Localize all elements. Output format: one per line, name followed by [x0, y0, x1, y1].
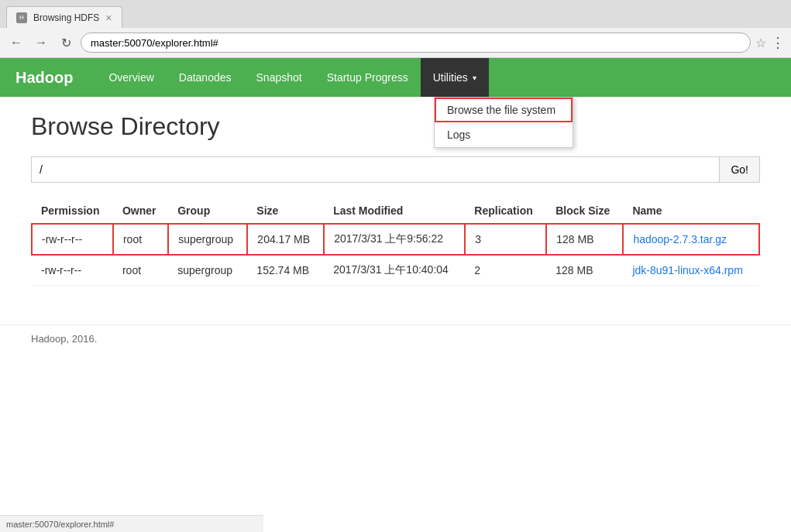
path-input[interactable] [31, 156, 719, 183]
cell-block_size: 128 MB [546, 255, 623, 286]
back-button[interactable]: ← [6, 33, 26, 53]
utilities-dropdown-menu: Browse the file system Logs [434, 97, 573, 148]
table-row: -rw-r--r--rootsupergroup152.74 MB2017/3/… [32, 255, 759, 286]
table-header-row: Permission Owner Group Size Last Modifie… [32, 198, 759, 224]
file-table: Permission Owner Group Size Last Modifie… [31, 198, 760, 286]
nav-datanodes[interactable]: Datanodes [167, 58, 244, 97]
cell-name: hadoop-2.7.3.tar.gz [623, 224, 759, 255]
forward-button[interactable]: → [31, 33, 51, 53]
cell-permission: -rw-r--r-- [32, 255, 113, 286]
tab-close-btn[interactable]: × [105, 12, 112, 24]
col-block-size: Block Size [546, 198, 623, 224]
footer-text: Hadoop, 2016. [31, 333, 97, 345]
tab-title: Browsing HDFS [33, 12, 99, 23]
cell-group: supergroup [168, 255, 247, 286]
nav-overview[interactable]: Overview [96, 58, 166, 97]
cell-block_size: 128 MB [546, 224, 623, 255]
dropdown-browse-filesystem[interactable]: Browse the file system [435, 98, 573, 122]
cell-last_modified: 2017/3/31 上午10:40:04 [324, 255, 465, 286]
address-bar: ← → ↻ ☆ ⋮ [0, 28, 791, 57]
nav-startup-progress[interactable]: Startup Progress [315, 58, 421, 97]
cell-size: 152.74 MB [247, 255, 324, 286]
file-link[interactable]: hadoop-2.7.3.tar.gz [633, 233, 727, 245]
file-link[interactable]: jdk-8u91-linux-x64.rpm [632, 264, 742, 276]
cell-replication: 3 [465, 224, 546, 255]
utilities-dropdown-arrow: ▾ [473, 74, 476, 82]
address-input[interactable] [81, 33, 751, 53]
col-permission: Permission [32, 198, 113, 224]
active-tab[interactable]: H Browsing HDFS × [6, 6, 122, 28]
main-content: Browse Directory Go! Permission Owner Gr… [0, 97, 791, 324]
table-row: -rw-r--r--rootsupergroup204.17 MB2017/3/… [32, 224, 759, 255]
nav-utilities-button[interactable]: Utilities ▾ [421, 58, 489, 97]
tab-bar: H Browsing HDFS × [0, 0, 791, 28]
footer: Hadoop, 2016. [0, 324, 791, 352]
go-button[interactable]: Go! [719, 156, 760, 183]
hadoop-brand: Hadoop [15, 69, 73, 87]
cell-size: 204.17 MB [247, 224, 324, 255]
cell-permission: -rw-r--r-- [32, 224, 113, 255]
cell-group: supergroup [168, 224, 247, 255]
cell-owner: root [113, 255, 168, 286]
cell-owner: root [113, 224, 168, 255]
col-last-modified: Last Modified [324, 198, 465, 224]
cell-name: jdk-8u91-linux-x64.rpm [623, 255, 759, 286]
utilities-label: Utilities [433, 71, 468, 84]
browser-chrome: H Browsing HDFS × ← → ↻ ☆ ⋮ [0, 0, 791, 58]
browser-menu-button[interactable]: ⋮ [771, 34, 785, 51]
hadoop-nav: Hadoop Overview Datanodes Snapshot Start… [0, 58, 791, 97]
tab-favicon: H [16, 12, 27, 23]
cell-replication: 2 [465, 255, 546, 286]
col-owner: Owner [113, 198, 168, 224]
dropdown-logs[interactable]: Logs [435, 122, 573, 147]
col-size: Size [247, 198, 324, 224]
status-bar: master:50070/explorer.html# [0, 515, 263, 532]
col-group: Group [168, 198, 247, 224]
path-row: Go! [31, 156, 760, 183]
bookmark-button[interactable]: ☆ [755, 36, 766, 50]
nav-snapshot[interactable]: Snapshot [244, 58, 315, 97]
page-title: Browse Directory [31, 112, 760, 141]
col-name: Name [623, 198, 759, 224]
status-text: master:50070/explorer.html# [6, 520, 114, 529]
refresh-button[interactable]: ↻ [56, 33, 76, 53]
col-replication: Replication [465, 198, 546, 224]
cell-last_modified: 2017/3/31 上午9:56:22 [324, 224, 465, 255]
